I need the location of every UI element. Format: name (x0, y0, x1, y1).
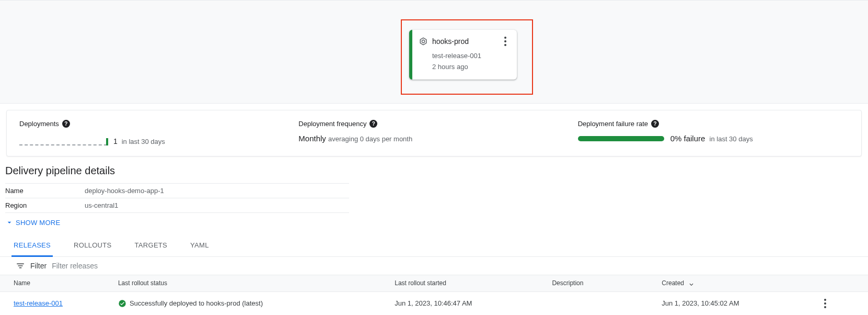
release-started: Jun 1, 2023, 10:46:47 AM (386, 291, 543, 315)
kv-key-name: Name (5, 184, 85, 198)
filter-bar: Filter (0, 257, 868, 275)
failure-value: 0% failure (670, 134, 705, 143)
chevron-down-icon (5, 218, 14, 227)
target-age: 2 hours ago (432, 63, 512, 71)
release-created: Jun 1, 2023, 10:45:02 AM (653, 291, 811, 315)
kv-row: Name deploy-hooks-demo-app-1 (5, 184, 349, 198)
deployments-sparkline (19, 135, 108, 145)
th-status[interactable]: Last rollout status (110, 275, 386, 291)
kv-val-region: us-central1 (85, 198, 349, 213)
target-card-menu-button[interactable] (499, 35, 512, 48)
frequency-value: Monthly (298, 134, 326, 143)
metric-deployments-label: Deployments (19, 120, 59, 128)
gke-icon (419, 37, 428, 46)
show-more-label: SHOW MORE (16, 219, 60, 227)
metric-failure-rate: Deployment failure rate ? 0% failure in … (574, 120, 853, 145)
check-circle-icon (118, 299, 126, 308)
metric-deployments: Deployments ? 1 in last 30 days (15, 120, 294, 145)
metric-failure-label: Deployment failure rate (578, 120, 648, 128)
pipeline-details: Delivery pipeline details Name deploy-ho… (0, 156, 868, 227)
th-started[interactable]: Last rollout started (386, 275, 543, 291)
metric-frequency: Deployment frequency ? Monthly averaging… (294, 120, 573, 145)
kv-row: Region us-central1 (5, 198, 349, 213)
details-heading: Delivery pipeline details (5, 165, 863, 177)
help-icon[interactable]: ? (62, 120, 70, 128)
deployments-count-value: 1 (113, 137, 118, 145)
th-name[interactable]: Name (0, 275, 110, 291)
release-description (543, 291, 653, 315)
th-created-label: Created (662, 279, 684, 287)
th-description[interactable]: Description (543, 275, 653, 291)
tab-yaml[interactable]: YAML (188, 236, 211, 257)
failure-period: in last 30 days (710, 135, 753, 143)
filter-icon (16, 261, 25, 271)
pipeline-stage-area: hooks-prod test-release-001 2 hours ago (0, 0, 868, 104)
tab-releases[interactable]: RELEASES (11, 236, 53, 257)
deployments-period: in last 30 days (122, 138, 165, 145)
th-created[interactable]: Created (653, 275, 811, 291)
filter-input[interactable] (52, 262, 209, 270)
svg-point-0 (119, 300, 125, 307)
kebab-icon (824, 299, 826, 308)
metrics-card: Deployments ? 1 in last 30 days Deployme… (6, 110, 862, 156)
help-icon[interactable]: ? (651, 120, 659, 128)
arrow-down-icon (688, 280, 695, 287)
releases-table: Name Last rollout status Last rollout st… (0, 275, 868, 315)
th-actions (811, 275, 868, 291)
frequency-detail: averaging 0 days per month (328, 135, 412, 143)
tab-rollouts[interactable]: ROLLOUTS (72, 236, 113, 257)
kebab-icon (504, 37, 506, 46)
row-menu-button[interactable] (819, 297, 831, 310)
target-release: test-release-001 (432, 52, 512, 60)
target-card-hooks-prod[interactable]: hooks-prod test-release-001 2 hours ago (409, 30, 517, 80)
kv-val-name: deploy-hooks-demo-app-1 (85, 184, 349, 198)
details-kv-table: Name deploy-hooks-demo-app-1 Region us-c… (5, 183, 349, 213)
metric-frequency-label: Deployment frequency (298, 120, 366, 128)
help-icon[interactable]: ? (369, 120, 377, 128)
release-link[interactable]: test-release-001 (14, 299, 63, 307)
tabs: RELEASES ROLLOUTS TARGETS YAML (0, 236, 868, 257)
failure-rate-bar (578, 136, 664, 141)
show-more-button[interactable]: SHOW MORE (5, 218, 863, 227)
kv-key-region: Region (5, 198, 85, 213)
filter-label: Filter (30, 262, 47, 270)
release-status-text: Successfully deployed to hooks-prod (lat… (130, 299, 263, 307)
target-title: hooks-prod (432, 37, 469, 46)
deployments-count: 1 in last 30 days (113, 137, 165, 145)
tab-targets[interactable]: TARGETS (133, 236, 170, 257)
table-row: test-release-001 Successfully deployed t… (0, 291, 868, 315)
